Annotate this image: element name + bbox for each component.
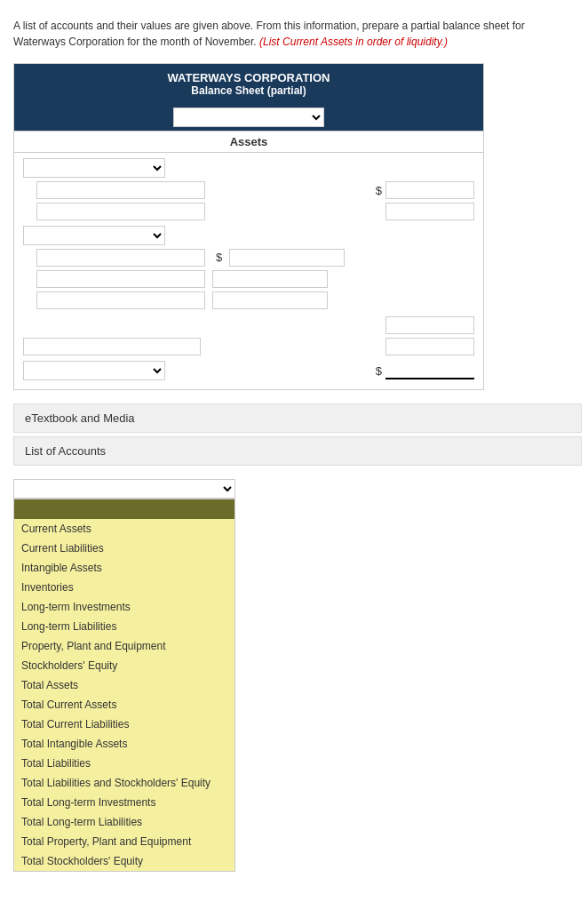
dropdown-item[interactable]: Long-term Liabilities bbox=[14, 617, 234, 636]
total2-value-input[interactable] bbox=[385, 338, 474, 355]
bs-date-row bbox=[14, 104, 483, 131]
dropdown-item[interactable]: Total Assets bbox=[14, 675, 234, 695]
row1-right: $ bbox=[372, 181, 474, 199]
intro-italic-text: (List Current Assets in order of liquidi… bbox=[259, 36, 448, 48]
dollar3: $ bbox=[216, 251, 222, 264]
dropdown-item[interactable]: Intangible Assets bbox=[14, 558, 234, 578]
totals-area bbox=[23, 316, 474, 355]
dropdown-item[interactable]: Total Stockholders' Equity bbox=[14, 851, 234, 871]
item2-value-input[interactable] bbox=[385, 203, 474, 220]
dollar-final: $ bbox=[376, 364, 382, 378]
dropdown-item[interactable]: Total Current Liabilities bbox=[14, 714, 234, 734]
section3-header-row: $ bbox=[23, 361, 474, 380]
dollar1: $ bbox=[376, 184, 382, 197]
row5-right bbox=[212, 291, 328, 309]
row4 bbox=[36, 270, 474, 288]
dropdown-list: Current AssetsCurrent LiabilitiesIntangi… bbox=[13, 499, 235, 872]
dropdown-item[interactable]: Long-term Investments bbox=[14, 597, 234, 617]
item5-label-input[interactable] bbox=[36, 291, 205, 309]
dropdown-container: Current AssetsCurrent LiabilitiesIntangi… bbox=[13, 479, 235, 872]
dropdown-item[interactable]: Total Current Assets bbox=[14, 695, 234, 714]
total1-value-input[interactable] bbox=[385, 316, 474, 334]
total-row2 bbox=[23, 338, 474, 355]
item3-value-input[interactable] bbox=[229, 249, 345, 267]
row4-right bbox=[212, 270, 328, 288]
dropdown-item[interactable]: Inventories bbox=[14, 578, 234, 597]
dropdown-item[interactable]: Total Liabilities and Stockholders' Equi… bbox=[14, 773, 234, 793]
dropdown-item[interactable]: Total Long-term Liabilities bbox=[14, 812, 234, 832]
row1: $ bbox=[36, 181, 474, 199]
dropdown-item[interactable]: Total Liabilities bbox=[14, 754, 234, 773]
row2-right bbox=[385, 203, 474, 220]
item4-value-input[interactable] bbox=[212, 270, 328, 288]
row3: $ bbox=[36, 249, 474, 267]
dropdown-item[interactable]: Total Long-term Investments bbox=[14, 793, 234, 812]
bs-header: WATERWAYS CORPORATION Balance Sheet (par… bbox=[14, 64, 483, 104]
section2-sub: $ bbox=[36, 249, 474, 309]
item1-label-input[interactable] bbox=[36, 181, 205, 199]
item2-label-input[interactable] bbox=[36, 203, 205, 220]
final-value-input[interactable] bbox=[385, 362, 474, 379]
bs-body: $ bbox=[14, 153, 483, 389]
etextbook-link[interactable]: eTextbook and Media bbox=[13, 403, 582, 433]
dropdown-item[interactable]: Current Liabilities bbox=[14, 539, 234, 558]
section1-category-select[interactable] bbox=[23, 158, 165, 178]
dropdown-item[interactable]: Total Property, Plant and Equipment bbox=[14, 832, 234, 851]
date-select[interactable] bbox=[173, 108, 324, 127]
item5-value-input[interactable] bbox=[212, 291, 328, 309]
section3-right: $ bbox=[372, 362, 474, 379]
section1-sub: $ bbox=[36, 181, 474, 220]
section3-category-select[interactable] bbox=[23, 361, 165, 380]
total-row2-right bbox=[385, 338, 474, 355]
total2-label-input[interactable] bbox=[23, 338, 201, 355]
balance-sheet-container: WATERWAYS CORPORATION Balance Sheet (par… bbox=[13, 63, 484, 390]
row2 bbox=[36, 203, 474, 220]
bottom-links: eTextbook and Media List of Accounts bbox=[13, 403, 575, 466]
list-of-accounts-link[interactable]: List of Accounts bbox=[13, 436, 582, 466]
total-row1-right bbox=[385, 316, 474, 334]
row5 bbox=[36, 291, 474, 309]
item1-value-input[interactable] bbox=[385, 181, 474, 199]
dropdown-select[interactable] bbox=[13, 479, 235, 499]
section2-category-select[interactable] bbox=[23, 226, 165, 245]
dropdown-item[interactable]: Stockholders' Equity bbox=[14, 656, 234, 675]
page-wrapper: A list of accounts and their values are … bbox=[0, 0, 588, 890]
dropdown-item[interactable]: Total Intangible Assets bbox=[14, 734, 234, 754]
assets-section-header: Assets bbox=[14, 131, 483, 153]
intro-text: A list of accounts and their values are … bbox=[13, 18, 575, 50]
section2-header-row bbox=[23, 226, 474, 245]
company-name: WATERWAYS CORPORATION bbox=[19, 71, 479, 84]
dropdown-item[interactable]: Property, Plant and Equipment bbox=[14, 636, 234, 656]
item4-label-input[interactable] bbox=[36, 270, 205, 288]
dropdown-item[interactable]: Current Assets bbox=[14, 519, 234, 539]
total-row1 bbox=[23, 316, 474, 334]
item3-label-input[interactable] bbox=[36, 249, 205, 267]
dropdown-header bbox=[14, 499, 234, 519]
sheet-title: Balance Sheet (partial) bbox=[19, 84, 479, 97]
section1-header-row bbox=[23, 158, 474, 178]
row3-right: $ bbox=[212, 249, 345, 267]
